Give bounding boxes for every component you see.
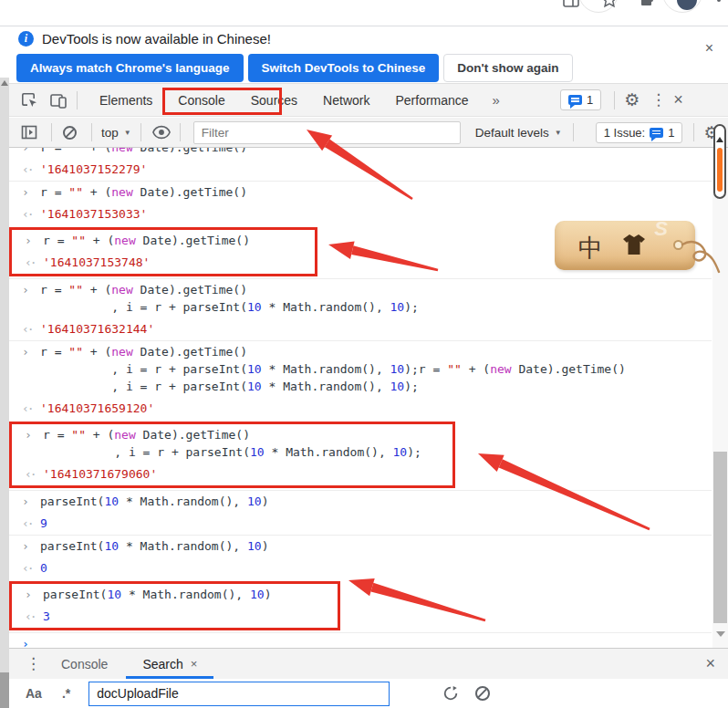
devtools-close-icon[interactable]: ×: [670, 90, 687, 109]
context-label: top: [101, 126, 119, 140]
inspect-element-icon[interactable]: [20, 91, 38, 109]
extensions-puzzle-icon[interactable]: [639, 0, 657, 9]
result-arrow-icon: ‹·: [22, 515, 33, 532]
result-arrow-icon: ‹·: [25, 608, 36, 625]
prompt-chevron-icon: ›: [22, 183, 29, 201]
console-input-row: ›r = "" + (new Date).getTime(): [12, 230, 315, 252]
annotation-box: ›parseInt(10 * Math.random(), 10)‹·3: [9, 581, 340, 630]
prompt-chevron-icon: ›: [22, 148, 29, 156]
tab-sources[interactable]: Sources: [238, 85, 310, 116]
chinese-tag-sticker: 中 S: [555, 221, 695, 270]
messages-badge[interactable]: 1: [560, 89, 601, 110]
tag-string: [681, 237, 721, 274]
drawer-tab-console[interactable]: Console: [50, 650, 119, 679]
drawer-tab-console-label: Console: [61, 657, 108, 672]
indicator-progress-bar: [717, 148, 723, 192]
console-code: parseInt(10 * Math.random(), 10): [40, 495, 268, 508]
console-code: 9: [40, 516, 47, 530]
regex-toggle[interactable]: .*: [62, 686, 70, 701]
prompt-chevron-icon: ›: [22, 635, 29, 648]
console-code: r = "" + (new Date).getTime() , i = r + …: [40, 283, 419, 314]
filter-input[interactable]: [193, 121, 461, 144]
clear-console-icon[interactable]: [63, 126, 77, 140]
drawer-tab-search[interactable]: Search ×: [131, 650, 208, 679]
match-language-button[interactable]: Always match Chrome's language: [16, 54, 244, 82]
console-result-row: ‹·9: [9, 513, 712, 535]
console-input-row: ›r = "" + (new Date).getTime(): [9, 181, 712, 203]
browser-chrome: [0, 0, 728, 26]
switch-chinese-button[interactable]: Switch DevTools to Chinese: [248, 54, 440, 82]
page-scrollbar-thumb[interactable]: [0, 672, 9, 708]
extension-scroll-indicator[interactable]: [713, 124, 726, 199]
issues-counter[interactable]: 1 Issue: 1: [596, 122, 683, 143]
messages-count: 1: [587, 93, 593, 107]
console-prompt-row[interactable]: ›: [9, 632, 712, 648]
dont-show-again-button[interactable]: Don't show again: [443, 54, 572, 82]
indicator-arrow-icon: [716, 137, 723, 142]
issue-bubble-icon: [650, 128, 663, 138]
tab-network[interactable]: Network: [310, 85, 382, 116]
more-tabs-icon[interactable]: »: [482, 92, 511, 108]
clear-search-icon[interactable]: [475, 686, 490, 701]
console-input-row: ›r = "" + (new Date).getTime(): [9, 148, 712, 159]
side-panel-icon[interactable]: [562, 0, 580, 9]
devtools-menu-icon[interactable]: ⋮: [647, 90, 670, 109]
drawer-tabbar: ⋮ Console Search × ×: [9, 648, 728, 679]
console-code: '1641037153748': [43, 255, 150, 269]
infobar-message: DevTools is now available in Chinese!: [42, 31, 271, 47]
console-code: r = "" + (new Date).getTime() , i = r + …: [43, 428, 421, 459]
annotation-box: ›r = "" + (new Date).getTime()‹·'1641037…: [9, 227, 317, 276]
menu-dots-icon[interactable]: [717, 0, 721, 2]
result-arrow-icon: ‹·: [25, 254, 36, 271]
result-arrow-icon: ‹·: [25, 465, 36, 483]
infobar-close-icon[interactable]: ×: [705, 40, 713, 57]
annotation-box: ›r = "" + (new Date).getTime() , i = r +…: [9, 422, 455, 488]
console-input-row: ›r = "" + (new Date).getTime() , i = r +…: [12, 424, 452, 463]
prompt-chevron-icon: ›: [22, 343, 29, 360]
settings-gear-icon[interactable]: ⚙: [624, 91, 640, 109]
bookmark-star-icon[interactable]: [600, 0, 619, 9]
console-code: 3: [43, 609, 50, 623]
tab-console[interactable]: Console: [165, 85, 237, 116]
drawer-close-icon[interactable]: ×: [702, 654, 719, 673]
console-code: r = "" + (new Date).getTime(): [40, 148, 247, 154]
issues-count: 1: [668, 126, 674, 140]
page-scrollbar[interactable]: [0, 27, 9, 708]
tab-elements[interactable]: Elements: [87, 85, 165, 116]
page-scrollbar-track[interactable]: [0, 78, 9, 708]
result-arrow-icon: ‹·: [22, 161, 33, 178]
search-input[interactable]: [88, 682, 390, 706]
console-scrollbar-thumb[interactable]: [713, 452, 727, 623]
console-code: '16410371632144': [40, 322, 154, 336]
chevron-down-icon: ▼: [555, 129, 562, 137]
console-toolbar: top ▼ Default levels ▼ 1 Issue: 1 ⚙: [9, 118, 728, 148]
tab-performance[interactable]: Performance: [382, 85, 481, 116]
levels-label: Default levels: [475, 126, 549, 140]
console-result-row: ‹·'1641037152279': [9, 159, 712, 181]
chevron-down-icon: ▼: [124, 129, 131, 137]
console-code: r = "" + (new Date).getTime(): [43, 234, 250, 247]
console-code: parseInt(10 * Math.random(), 10): [43, 588, 271, 601]
context-selector[interactable]: top ▼: [101, 126, 131, 140]
refresh-icon[interactable]: [442, 685, 459, 702]
result-arrow-icon: ‹·: [22, 559, 33, 577]
search-toolbar: Aa .*: [9, 679, 728, 708]
profile-avatar[interactable]: [677, 0, 697, 10]
console-code: r = "" + (new Date).getTime(): [40, 185, 247, 199]
console-scrollbar[interactable]: [712, 148, 728, 648]
match-case-toggle[interactable]: Aa: [26, 686, 42, 701]
drawer-menu-icon[interactable]: ⋮: [22, 654, 45, 673]
scroll-down-icon: [716, 631, 725, 637]
console-code: 0: [40, 561, 47, 575]
console-sidebar-toggle-icon[interactable]: [20, 123, 38, 141]
devtools-infobar: i DevTools is now available in Chinese! …: [9, 27, 728, 84]
drawer-tab-close-icon[interactable]: ×: [191, 657, 198, 671]
console-result-row: ‹·3: [12, 606, 338, 628]
console-result-row: ‹·'16410371659120': [9, 398, 712, 420]
console-input-row: ›r = "" + (new Date).getTime() , i = r +…: [9, 278, 712, 318]
log-levels-selector[interactable]: Default levels ▼: [475, 126, 562, 140]
result-arrow-icon: ‹·: [22, 320, 33, 338]
tshirt-icon: [620, 233, 648, 258]
device-toolbar-icon[interactable]: [49, 91, 68, 109]
live-expression-eye-icon[interactable]: [152, 123, 171, 141]
